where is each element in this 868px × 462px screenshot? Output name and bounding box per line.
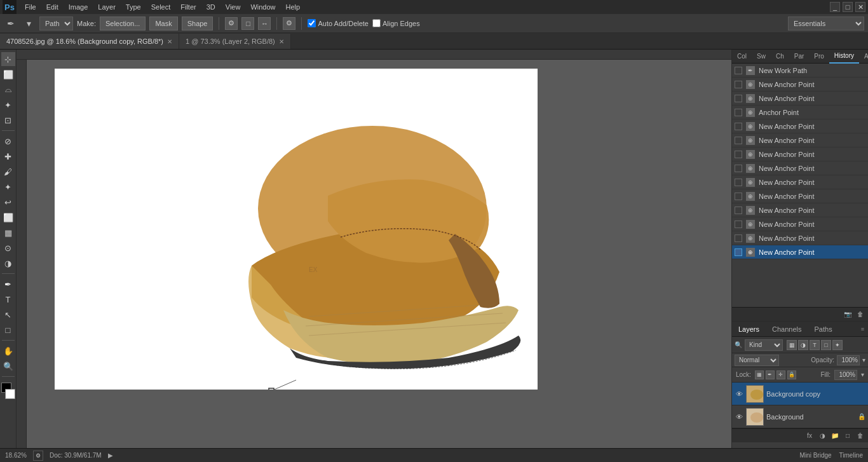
history-checkbox-8[interactable]	[735, 179, 742, 186]
zoom-options-btn[interactable]: ⚙	[33, 451, 43, 461]
menu-window[interactable]: Window	[246, 2, 280, 12]
text-tool[interactable]: T	[1, 292, 15, 306]
history-item-5[interactable]: ⊕ New Anchor Point	[732, 133, 868, 147]
layer-1-visibility[interactable]: 👁	[735, 412, 743, 421]
gradient-tool[interactable]: ▦	[1, 226, 15, 240]
menu-type[interactable]: Type	[121, 2, 146, 12]
timeline-tab[interactable]: Timeline	[839, 452, 863, 459]
menu-layer[interactable]: Layer	[93, 2, 120, 12]
panel-tab-pro[interactable]: Pro	[809, 50, 829, 64]
align-edges-checkbox[interactable]	[372, 19, 381, 27]
canvas-area[interactable]: EX	[17, 50, 731, 448]
history-checkbox-12[interactable]	[735, 234, 742, 242]
filter-smart-icon[interactable]: ✦	[832, 340, 843, 350]
history-checkbox-4[interactable]	[735, 123, 742, 130]
shape-button[interactable]: Shape	[182, 17, 214, 31]
doc-info-arrow[interactable]: ▶	[108, 452, 113, 459]
menu-filter[interactable]: Filter	[176, 2, 200, 12]
lasso-tool[interactable]: ⌓	[1, 83, 15, 97]
menu-help[interactable]: Help	[281, 2, 305, 12]
panel-tab-col[interactable]: Col	[732, 50, 752, 64]
history-checkbox-3[interactable]	[735, 109, 742, 116]
blur-tool[interactable]: ⊙	[1, 241, 15, 255]
history-item-6[interactable]: ⊕ New Anchor Point	[732, 147, 868, 161]
healing-tool[interactable]: ✚	[1, 149, 15, 163]
mini-bridge-tab[interactable]: Mini Bridge	[800, 452, 832, 459]
history-item-1[interactable]: ⊕ New Anchor Point	[732, 78, 868, 92]
filter-pixel-icon[interactable]: ▦	[787, 340, 797, 350]
menu-select[interactable]: Select	[147, 2, 175, 12]
combine-paths-icon[interactable]: □	[241, 17, 254, 30]
filter-adjust-icon[interactable]: ◑	[798, 340, 808, 350]
lock-image-btn[interactable]: ✒	[766, 370, 775, 379]
mask-button[interactable]: Mask	[149, 17, 177, 31]
opacity-input[interactable]	[837, 355, 860, 365]
filter-shape-icon[interactable]: □	[821, 340, 831, 350]
history-checkbox-10[interactable]	[735, 207, 742, 214]
history-item-9[interactable]: ⊕ New Anchor Point	[732, 189, 868, 203]
panel-tab-ch[interactable]: Ch	[771, 50, 789, 64]
hand-tool[interactable]: ✋	[1, 344, 15, 358]
layer-item-0[interactable]: 👁 Background copy	[732, 383, 868, 405]
panel-tab-sw[interactable]: Sw	[752, 50, 771, 64]
blend-mode-select[interactable]: Normal	[735, 355, 779, 366]
fx-icon[interactable]: fx	[804, 431, 815, 441]
layer-item-1[interactable]: 👁 Background 🔒	[732, 405, 868, 428]
panel-tab-par[interactable]: Par	[789, 50, 810, 64]
close-button[interactable]: ✕	[855, 2, 865, 12]
lock-position-btn[interactable]: ✛	[776, 370, 785, 379]
selection-button[interactable]: Selection...	[100, 17, 146, 31]
panel-tab-act[interactable]: Act	[859, 50, 868, 64]
history-item-7[interactable]: ⊕ New Anchor Point	[732, 161, 868, 175]
history-item-3[interactable]: ⊕ Anchor Point	[732, 105, 868, 119]
history-checkbox-13[interactable]	[735, 248, 742, 256]
tab-1[interactable]: 4708526.jpg @ 18.6% (Background copy, RG…	[0, 34, 179, 49]
auto-add-delete-checkbox[interactable]	[308, 19, 316, 27]
menu-view[interactable]: View	[221, 2, 245, 12]
history-item-4[interactable]: ⊕ New Anchor Point	[732, 119, 868, 133]
fill-dropdown-arrow[interactable]: ▾	[861, 371, 864, 378]
lock-all-btn[interactable]: 🔒	[787, 370, 796, 379]
menu-3d[interactable]: 3D	[202, 2, 220, 12]
adjustment-layer-icon[interactable]: ◑	[817, 431, 827, 441]
history-panel[interactable]: ✒ New Work Path ⊕ New Anchor Point ⊕ New…	[732, 64, 868, 307]
layer-0-visibility[interactable]: 👁	[735, 390, 743, 398]
layers-options-icon[interactable]: ≡	[857, 326, 868, 332]
tab-2[interactable]: 1 @ 73.3% (Layer 2, RGB/8) ✕	[179, 34, 291, 49]
crop-tool[interactable]: ⊡	[1, 113, 15, 127]
history-checkbox-6[interactable]	[735, 151, 742, 158]
path-select-tool[interactable]: ↖	[1, 308, 15, 322]
history-item-12[interactable]: ⊕ New Anchor Point	[732, 231, 868, 245]
brush-tool[interactable]: 🖌	[1, 165, 15, 179]
minimize-button[interactable]: _	[830, 2, 840, 12]
lock-transparency-btn[interactable]: ▦	[755, 370, 764, 379]
history-item-10[interactable]: ⊕ New Anchor Point	[732, 203, 868, 217]
history-item-0[interactable]: ✒ New Work Path	[732, 64, 868, 78]
tab-1-close[interactable]: ✕	[167, 38, 172, 45]
panel-tab-history[interactable]: History	[829, 50, 859, 64]
menu-edit[interactable]: Edit	[42, 2, 63, 12]
layers-tab-paths[interactable]: Paths	[808, 322, 839, 337]
filter-text-icon[interactable]: T	[810, 340, 820, 350]
history-checkbox-0[interactable]	[735, 67, 742, 74]
clone-stamp-tool[interactable]: ✦	[1, 180, 15, 194]
group-layers-icon[interactable]: 📁	[830, 431, 840, 441]
dodge-tool[interactable]: ◑	[1, 256, 15, 270]
workspace-select[interactable]: Essentials	[788, 17, 864, 31]
tab-2-close[interactable]: ✕	[279, 38, 284, 45]
history-item-11[interactable]: ⊕ New Anchor Point	[732, 217, 868, 231]
opacity-dropdown-arrow[interactable]: ▾	[862, 357, 865, 363]
layers-tab-channels[interactable]: Channels	[766, 322, 808, 337]
pen-tool[interactable]: ✒	[1, 277, 15, 291]
delete-history-icon[interactable]: 🗑	[855, 309, 865, 320]
history-checkbox-9[interactable]	[735, 193, 742, 200]
history-checkbox-1[interactable]	[735, 81, 742, 88]
quick-select-tool[interactable]: ✦	[1, 98, 15, 112]
history-checkbox-11[interactable]	[735, 221, 742, 228]
marquee-tool[interactable]: ⬜	[1, 67, 15, 81]
layers-tab-layers[interactable]: Layers	[732, 322, 766, 337]
path-options-icon[interactable]: ⚙	[225, 17, 238, 30]
new-snapshot-icon[interactable]: 📷	[843, 309, 853, 320]
path-align-icon[interactable]: ↔	[258, 17, 271, 30]
history-checkbox-5[interactable]	[735, 137, 742, 144]
